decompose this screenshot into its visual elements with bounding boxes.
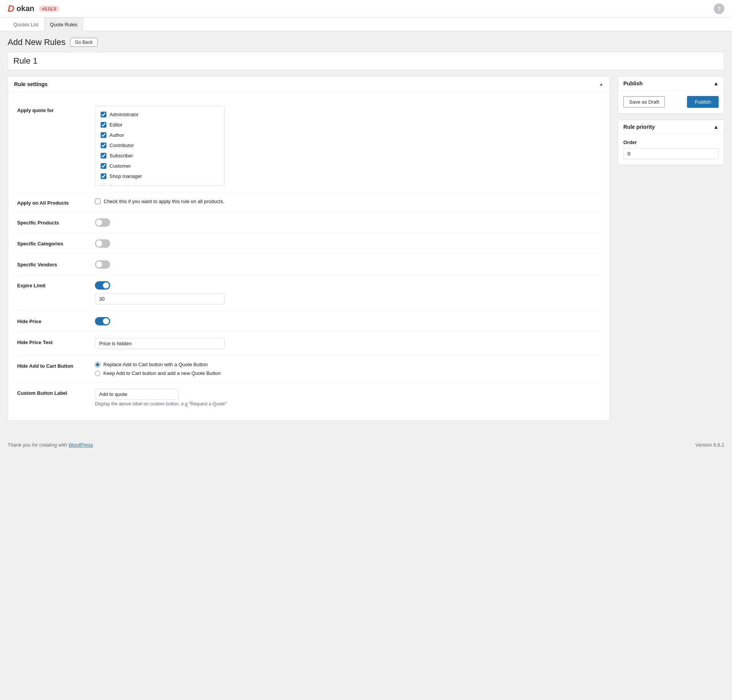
rule-priority-panel: Rule priority ▲ Order	[618, 120, 724, 165]
publish-button[interactable]: Publish	[687, 96, 719, 108]
sidebar: Publish ▲ Save as Draft Publish Rule pri…	[618, 76, 724, 171]
expire-limit-input[interactable]	[95, 293, 225, 304]
panel-header[interactable]: Rule settings ▲	[8, 77, 610, 92]
rule-title-input[interactable]	[8, 52, 724, 70]
nav-tabs: Quotes List Quote Rules	[0, 18, 732, 31]
hide-add-to-cart-radio-group: Replace Add to Cart button with a Quote …	[95, 362, 600, 376]
panel-title: Rule settings	[14, 81, 48, 87]
apply-all-products-control: Check this if you want to apply this rul…	[95, 199, 600, 204]
specific-categories-label: Specific Categories	[17, 239, 86, 247]
custom-button-label-row: Custom Button Label Display the above la…	[17, 383, 600, 413]
footer-text: Thank you for creating with WordPress	[8, 442, 93, 448]
wordpress-link[interactable]: WordPress	[69, 442, 93, 448]
logo: Dokan v3.11.3	[8, 3, 59, 14]
role-dokan-vendor-checkbox[interactable]	[101, 184, 106, 186]
footer-version: Version 6.6.1	[695, 442, 724, 448]
role-subscriber-checkbox[interactable]	[101, 153, 106, 159]
radio-keep[interactable]: Keep Add to Cart button and add a new Qu…	[95, 370, 600, 376]
publish-actions: Save as Draft Publish	[623, 96, 719, 108]
expire-limit-slider	[95, 281, 110, 290]
go-back-button[interactable]: Go Back	[70, 38, 98, 47]
hide-price-slider	[95, 317, 110, 325]
footer-thank-you: Thank you for creating with	[8, 442, 69, 448]
specific-products-control	[95, 218, 600, 227]
tab-quote-rules[interactable]: Quote Rules	[44, 18, 83, 31]
specific-products-slider	[95, 218, 110, 227]
main-layout: Rule settings ▲ Apply quote for Administ…	[0, 76, 732, 434]
apply-quote-for-row: Apply quote for Administrator Editor	[17, 100, 600, 192]
panel-body: Apply quote for Administrator Editor	[8, 92, 610, 420]
radio-replace[interactable]: Replace Add to Cart button with a Quote …	[95, 362, 600, 367]
role-shop-manager[interactable]: Shop manager	[95, 171, 224, 181]
custom-button-label-label: Custom Button Label	[17, 389, 86, 396]
role-administrator-checkbox[interactable]	[101, 112, 106, 117]
role-shop-manager-checkbox[interactable]	[101, 173, 106, 179]
expire-limit-control	[95, 281, 600, 304]
publish-panel-body: Save as Draft Publish	[618, 91, 724, 113]
expire-limit-label: Expire Limit	[17, 281, 86, 288]
role-author[interactable]: Author	[95, 130, 224, 140]
hide-price-control	[95, 317, 600, 325]
publish-panel-title: Publish	[623, 80, 643, 86]
role-administrator[interactable]: Administrator	[95, 109, 224, 120]
logo-d: D	[8, 3, 14, 14]
role-editor-checkbox[interactable]	[101, 122, 106, 128]
hide-price-text-row: Hide Price Text	[17, 332, 600, 356]
role-customer-checkbox[interactable]	[101, 163, 106, 169]
role-customer-label: Customer	[109, 163, 131, 169]
apply-quote-for-control: Administrator Editor Author	[95, 106, 600, 186]
specific-products-toggle[interactable]	[95, 218, 110, 227]
apply-all-products-checkbox[interactable]	[95, 199, 101, 204]
hide-price-text-input[interactable]	[95, 338, 225, 349]
specific-categories-toggle[interactable]	[95, 239, 110, 248]
apply-all-products-checkbox-label: Check this if you want to apply this rul…	[104, 199, 225, 204]
role-shop-manager-label: Shop manager	[109, 173, 142, 179]
custom-button-helper-text: Display the above label on custom button…	[95, 401, 600, 407]
apply-quote-for-label: Apply quote for	[17, 106, 86, 113]
expire-limit-toggle[interactable]	[95, 281, 110, 290]
role-contributor[interactable]: Contributor	[95, 140, 224, 151]
custom-button-label-input[interactable]	[95, 389, 179, 400]
hide-price-toggle[interactable]	[95, 317, 110, 325]
tab-quotes-list[interactable]: Quotes List	[8, 18, 44, 31]
radio-replace-label: Replace Add to Cart button with a Quote …	[103, 362, 208, 367]
specific-vendors-toggle[interactable]	[95, 260, 110, 269]
apply-all-products-row: Apply on All Products Check this if you …	[17, 192, 600, 212]
role-author-label: Author	[109, 132, 124, 138]
rule-priority-panel-header[interactable]: Rule priority ▲	[618, 120, 724, 134]
title-input-wrap	[0, 52, 732, 76]
specific-categories-row: Specific Categories	[17, 233, 600, 254]
role-author-checkbox[interactable]	[101, 132, 106, 138]
radio-keep-input[interactable]	[95, 371, 100, 376]
radio-replace-input[interactable]	[95, 362, 100, 367]
version-badge: v3.11.3	[39, 6, 59, 12]
chevron-up-priority-icon: ▲	[713, 124, 719, 130]
specific-vendors-label: Specific Vendors	[17, 260, 86, 268]
specific-products-label: Specific Products	[17, 218, 86, 226]
content-area: Rule settings ▲ Apply quote for Administ…	[8, 76, 610, 427]
header: Dokan v3.11.3 ?	[0, 0, 732, 18]
hide-price-row: Hide Price	[17, 311, 600, 332]
role-dokan-vendor[interactable]: Dokan Vendor	[95, 181, 224, 186]
custom-button-label-control: Display the above label on custom button…	[95, 389, 600, 407]
expire-limit-row: Expire Limit	[17, 275, 600, 311]
page-title: Add New Rules	[8, 37, 66, 47]
radio-keep-label: Keep Add to Cart button and add a new Qu…	[103, 370, 221, 376]
hide-price-text-label: Hide Price Text	[17, 338, 86, 345]
help-icon[interactable]: ?	[714, 3, 724, 14]
role-editor[interactable]: Editor	[95, 120, 224, 130]
rule-priority-panel-body: Order	[618, 134, 724, 165]
specific-categories-control	[95, 239, 600, 248]
role-dokan-vendor-label: Dokan Vendor	[109, 184, 141, 186]
save-draft-button[interactable]: Save as Draft	[623, 96, 665, 107]
order-input[interactable]	[623, 148, 719, 159]
publish-panel-header[interactable]: Publish ▲	[618, 77, 724, 91]
role-customer[interactable]: Customer	[95, 161, 224, 171]
hide-price-label: Hide Price	[17, 317, 86, 324]
role-subscriber[interactable]: Subscriber	[95, 151, 224, 161]
hide-add-to-cart-row: Hide Add to Cart Button Replace Add to C…	[17, 356, 600, 383]
apply-all-products-label: Apply on All Products	[17, 199, 86, 206]
logo-rest: okan	[16, 4, 34, 13]
hide-price-text-control	[95, 338, 600, 349]
role-contributor-checkbox[interactable]	[101, 143, 106, 148]
